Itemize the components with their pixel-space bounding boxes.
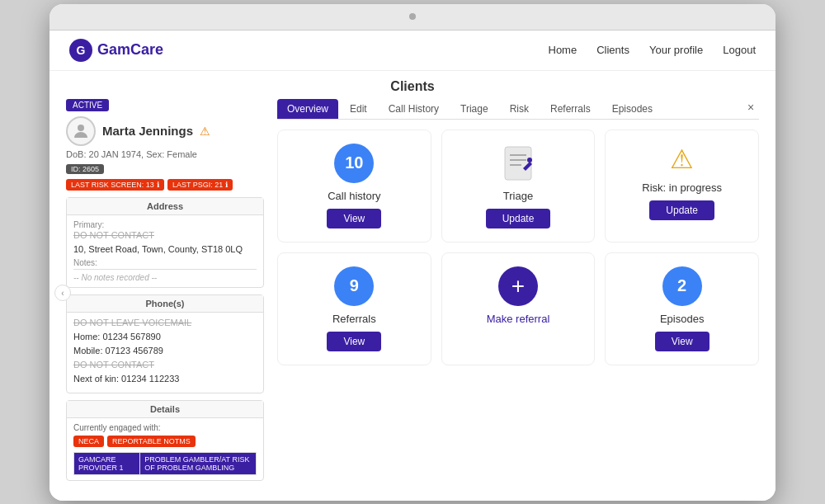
risk-warning-icon: ⚠	[670, 144, 694, 175]
referrals-count: 9	[334, 266, 374, 306]
primary-label: Primary:	[73, 220, 257, 229]
close-button[interactable]: ×	[742, 99, 759, 115]
svg-rect-1	[505, 147, 531, 180]
risk-card: ⚠ Risk: in progress Update	[605, 130, 759, 243]
referrals-card: 9 Referrals View	[277, 252, 431, 365]
tag-reportable: REPORTABLE NOTMS	[107, 436, 196, 447]
nav-logout[interactable]: Logout	[723, 44, 756, 56]
episodes-label: Episodes	[660, 313, 704, 325]
risk-screen-badge: LAST RISK SCREEN: 13 ℹ	[66, 179, 164, 191]
provider-type: PROBLEM GAMBLER/AT RISK OF PROBLEM GAMBL…	[140, 452, 257, 474]
address-section: Address Primary: DO NOT CONTACT 10, Stre…	[66, 197, 264, 288]
tag-row: NECA REPORTABLE NOTMS	[73, 436, 257, 447]
address-header: Address	[67, 198, 263, 215]
risk-update-button[interactable]: Update	[649, 200, 714, 220]
do-not-contact: DO NOT CONTACT	[73, 230, 257, 240]
make-referral-icon: +	[498, 266, 538, 306]
tag-neca: NECA	[73, 436, 104, 447]
details-body: Currently engaged with: NECA REPORTABLE …	[67, 418, 263, 480]
logo-text: GamCare	[97, 41, 163, 59]
make-referral-label[interactable]: Make referral	[487, 313, 550, 325]
page-title: Clients	[50, 71, 776, 99]
risk-label: Risk: in progress	[642, 181, 722, 194]
logo-area: G GamCare	[69, 39, 163, 62]
address-body: Primary: DO NOT CONTACT 10, Street Road,…	[67, 215, 263, 287]
call-history-card: 10 Call history View	[277, 130, 431, 243]
do-not-voicemail: DO NOT LEAVE VOICEMAIL	[73, 318, 257, 327]
provider-name: GAMCARE PROVIDER 1	[74, 452, 140, 474]
call-history-label: Call history	[328, 190, 380, 202]
tab-referrals[interactable]: Referrals	[540, 99, 601, 119]
nav-profile[interactable]: Your profile	[649, 44, 703, 56]
client-id-badge: ID: 2605	[66, 164, 104, 174]
next-of-kin: Next of kin: 01234 112233	[73, 374, 257, 384]
collapse-button[interactable]: ‹	[54, 285, 71, 301]
browser-window: G GamCare Home Clients Your profile Logo…	[50, 4, 776, 501]
episodes-count: 2	[662, 266, 702, 306]
triage-label: Triage	[503, 190, 533, 202]
triage-card: Triage Update	[441, 130, 596, 243]
nav-links: Home Clients Your profile Logout	[549, 44, 757, 56]
notes-value: -- No notes recorded --	[73, 273, 257, 282]
top-nav: G GamCare Home Clients Your profile Logo…	[50, 31, 776, 71]
client-header: Marta Jennings ⚠	[66, 116, 264, 146]
status-badge: ACTIVE	[66, 99, 109, 111]
left-panel: ‹ ACTIVE Marta Jennings ⚠ DoB: 20 JAN 19…	[66, 99, 264, 488]
home-phone: Home: 01234 567890	[73, 332, 257, 341]
client-dob: DoB: 20 JAN 1974, Sex: Female	[66, 149, 264, 159]
nav-home[interactable]: Home	[549, 44, 578, 56]
main-layout: ‹ ACTIVE Marta Jennings ⚠ DoB: 20 JAN 19…	[50, 99, 776, 501]
episodes-view-button[interactable]: View	[655, 332, 710, 351]
warning-icon: ⚠	[200, 125, 210, 138]
app-container: G GamCare Home Clients Your profile Logo…	[50, 31, 776, 501]
psgi-badge: LAST PSGI: 21 ℹ	[167, 179, 233, 191]
right-panel: × Overview Edit Call History Triage Risk…	[277, 99, 759, 488]
tab-episodes[interactable]: Episodes	[602, 99, 662, 119]
engaged-label: Currently engaged with:	[73, 423, 257, 432]
tab-triage[interactable]: Triage	[450, 99, 498, 119]
details-header: Details	[67, 401, 263, 418]
make-referral-card: + Make referral	[441, 252, 596, 365]
table-row: GAMCARE PROVIDER 1 PROBLEM GAMBLER/AT RI…	[74, 452, 257, 474]
provider-table: GAMCARE PROVIDER 1 PROBLEM GAMBLER/AT RI…	[73, 452, 257, 475]
phone-body: DO NOT LEAVE VOICEMAIL Home: 01234 56789…	[67, 313, 263, 393]
triage-icon	[498, 144, 538, 183]
browser-dot	[409, 13, 416, 20]
client-name: Marta Jennings	[102, 124, 193, 138]
mobile-phone: Mobile: 07123 456789	[73, 346, 257, 356]
phone-section: Phone(s) DO NOT LEAVE VOICEMAIL Home: 01…	[66, 294, 264, 393]
do-not-contact2: DO NOT CONTACT	[73, 360, 257, 370]
risk-badges: LAST RISK SCREEN: 13 ℹ LAST PSGI: 21 ℹ	[66, 179, 264, 191]
address-value: 10, Street Road, Town, County, ST18 0LQ	[73, 244, 257, 254]
logo-icon: G	[69, 39, 92, 62]
triage-update-button[interactable]: Update	[486, 209, 551, 228]
tab-call-history[interactable]: Call History	[379, 99, 449, 119]
svg-point-5	[527, 158, 532, 163]
tab-edit[interactable]: Edit	[340, 99, 377, 119]
cards-grid: 10 Call history View	[277, 130, 759, 365]
avatar	[66, 116, 96, 146]
browser-bar	[50, 4, 776, 31]
referrals-view-button[interactable]: View	[327, 332, 381, 351]
details-section: Details Currently engaged with: NECA REP…	[66, 400, 264, 481]
nav-clients[interactable]: Clients	[596, 44, 629, 56]
notes-label: Notes:	[73, 258, 257, 270]
svg-point-0	[78, 125, 84, 131]
tabs-row: Overview Edit Call History Triage Risk R…	[277, 99, 759, 120]
referrals-label: Referrals	[332, 313, 376, 325]
call-history-count: 10	[334, 144, 374, 183]
episodes-card: 2 Episodes View	[605, 252, 759, 365]
phone-header: Phone(s)	[67, 295, 263, 313]
tab-overview[interactable]: Overview	[277, 99, 338, 119]
call-history-view-button[interactable]: View	[327, 209, 381, 228]
tab-risk[interactable]: Risk	[500, 99, 539, 119]
